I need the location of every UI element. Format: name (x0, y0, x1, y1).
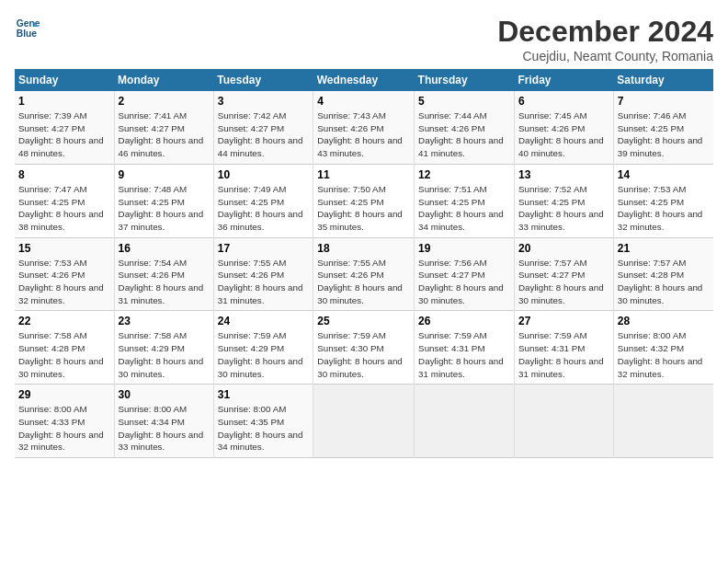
day-cell: 30 Sunrise: 8:00 AMSunset: 4:34 PMDaylig… (114, 385, 213, 458)
day-info: Sunrise: 7:43 AMSunset: 4:26 PMDaylight:… (317, 110, 403, 158)
header: General Blue December 2024 Cuejdiu, Neam… (15, 15, 713, 63)
day-cell: 12 Sunrise: 7:51 AMSunset: 4:25 PMDaylig… (415, 164, 515, 237)
day-number: 18 (317, 242, 410, 255)
day-cell: 17 Sunrise: 7:55 AMSunset: 4:26 PMDaylig… (213, 237, 313, 311)
day-number: 23 (119, 315, 210, 327)
day-info: Sunrise: 7:56 AMSunset: 4:27 PMDaylight:… (418, 258, 504, 305)
day-cell: 27 Sunrise: 7:59 AMSunset: 4:31 PMDaylig… (515, 311, 614, 385)
day-number: 27 (518, 315, 609, 327)
day-info: Sunrise: 7:46 AMSunset: 4:25 PMDaylight:… (618, 110, 703, 158)
day-number: 31 (218, 388, 309, 401)
header-wednesday: Wednesday (313, 69, 415, 91)
day-cell: 10 Sunrise: 7:49 AMSunset: 4:25 PMDaylig… (213, 164, 313, 237)
calendar-table: SundayMondayTuesdayWednesdayThursdayFrid… (15, 69, 713, 458)
day-number: 26 (418, 315, 510, 327)
logo: General Blue (15, 15, 40, 40)
day-number: 20 (518, 242, 609, 255)
day-info: Sunrise: 7:51 AMSunset: 4:25 PMDaylight:… (418, 184, 504, 232)
day-info: Sunrise: 7:59 AMSunset: 4:31 PMDaylight:… (518, 330, 604, 378)
day-cell (515, 385, 614, 458)
day-cell: 5 Sunrise: 7:44 AMSunset: 4:26 PMDayligh… (415, 91, 515, 164)
day-info: Sunrise: 7:58 AMSunset: 4:29 PMDaylight:… (119, 330, 204, 378)
day-number: 16 (119, 242, 210, 255)
week-row-0: 1 Sunrise: 7:39 AMSunset: 4:27 PMDayligh… (15, 91, 713, 164)
day-number: 29 (18, 388, 110, 401)
day-info: Sunrise: 8:00 AMSunset: 4:34 PMDaylight:… (119, 404, 204, 452)
day-number: 21 (618, 242, 710, 255)
day-info: Sunrise: 7:39 AMSunset: 4:27 PMDaylight:… (18, 110, 104, 158)
day-info: Sunrise: 8:00 AMSunset: 4:33 PMDaylight:… (18, 404, 104, 452)
day-info: Sunrise: 7:42 AMSunset: 4:27 PMDaylight:… (218, 110, 303, 158)
day-number: 3 (218, 95, 309, 108)
day-cell (415, 385, 515, 458)
header-tuesday: Tuesday (213, 69, 313, 91)
day-cell: 31 Sunrise: 8:00 AMSunset: 4:35 PMDaylig… (213, 385, 313, 458)
day-cell: 15 Sunrise: 7:53 AMSunset: 4:26 PMDaylig… (15, 237, 114, 311)
day-cell: 11 Sunrise: 7:50 AMSunset: 4:25 PMDaylig… (313, 164, 415, 237)
day-info: Sunrise: 8:00 AMSunset: 4:32 PMDaylight:… (618, 330, 703, 378)
header-sunday: Sunday (15, 69, 114, 91)
subtitle: Cuejdiu, Neamt County, Romania (497, 49, 713, 63)
page-container: General Blue December 2024 Cuejdiu, Neam… (0, 0, 728, 467)
day-info: Sunrise: 7:58 AMSunset: 4:28 PMDaylight:… (18, 330, 104, 378)
day-cell: 21 Sunrise: 7:57 AMSunset: 4:28 PMDaylig… (613, 237, 713, 311)
day-cell: 4 Sunrise: 7:43 AMSunset: 4:26 PMDayligh… (313, 91, 415, 164)
svg-text:Blue: Blue (17, 29, 38, 39)
day-number: 15 (18, 242, 110, 255)
day-number: 8 (18, 168, 110, 181)
day-cell (313, 385, 415, 458)
day-info: Sunrise: 7:44 AMSunset: 4:26 PMDaylight:… (418, 110, 504, 158)
week-row-4: 29 Sunrise: 8:00 AMSunset: 4:33 PMDaylig… (15, 385, 713, 458)
day-cell: 3 Sunrise: 7:42 AMSunset: 4:27 PMDayligh… (213, 91, 313, 164)
day-cell: 28 Sunrise: 8:00 AMSunset: 4:32 PMDaylig… (613, 311, 713, 385)
day-info: Sunrise: 7:59 AMSunset: 4:29 PMDaylight:… (218, 330, 303, 378)
day-info: Sunrise: 7:53 AMSunset: 4:25 PMDaylight:… (618, 184, 703, 232)
day-number: 9 (119, 168, 210, 181)
day-number: 24 (218, 315, 309, 327)
day-number: 25 (317, 315, 410, 327)
day-number: 12 (418, 168, 510, 181)
logo-icon: General Blue (15, 15, 40, 40)
day-info: Sunrise: 7:55 AMSunset: 4:26 PMDaylight:… (218, 258, 303, 305)
day-cell: 20 Sunrise: 7:57 AMSunset: 4:27 PMDaylig… (515, 237, 614, 311)
day-cell: 2 Sunrise: 7:41 AMSunset: 4:27 PMDayligh… (114, 91, 213, 164)
day-number: 5 (418, 95, 510, 108)
day-number: 17 (218, 242, 309, 255)
day-cell: 19 Sunrise: 7:56 AMSunset: 4:27 PMDaylig… (415, 237, 515, 311)
day-number: 30 (119, 388, 210, 401)
day-cell (613, 385, 713, 458)
month-title: December 2024 (497, 15, 713, 49)
day-info: Sunrise: 7:45 AMSunset: 4:26 PMDaylight:… (518, 110, 604, 158)
day-number: 6 (518, 95, 609, 108)
day-cell: 6 Sunrise: 7:45 AMSunset: 4:26 PMDayligh… (515, 91, 614, 164)
day-info: Sunrise: 7:59 AMSunset: 4:30 PMDaylight:… (317, 330, 403, 378)
day-number: 13 (518, 168, 609, 181)
day-cell: 25 Sunrise: 7:59 AMSunset: 4:30 PMDaylig… (313, 311, 415, 385)
day-cell: 16 Sunrise: 7:54 AMSunset: 4:26 PMDaylig… (114, 237, 213, 311)
week-row-2: 15 Sunrise: 7:53 AMSunset: 4:26 PMDaylig… (15, 237, 713, 311)
title-block: December 2024 Cuejdiu, Neamt County, Rom… (497, 15, 713, 63)
day-number: 11 (317, 168, 410, 181)
day-cell: 24 Sunrise: 7:59 AMSunset: 4:29 PMDaylig… (213, 311, 313, 385)
day-cell: 18 Sunrise: 7:55 AMSunset: 4:26 PMDaylig… (313, 237, 415, 311)
day-cell: 22 Sunrise: 7:58 AMSunset: 4:28 PMDaylig… (15, 311, 114, 385)
day-info: Sunrise: 7:47 AMSunset: 4:25 PMDaylight:… (18, 184, 104, 232)
day-number: 4 (317, 95, 410, 108)
day-number: 7 (618, 95, 710, 108)
day-number: 1 (18, 95, 110, 108)
day-cell: 23 Sunrise: 7:58 AMSunset: 4:29 PMDaylig… (114, 311, 213, 385)
day-cell: 29 Sunrise: 8:00 AMSunset: 4:33 PMDaylig… (15, 385, 114, 458)
day-info: Sunrise: 7:53 AMSunset: 4:26 PMDaylight:… (18, 258, 104, 305)
day-info: Sunrise: 7:57 AMSunset: 4:27 PMDaylight:… (518, 258, 604, 305)
day-cell: 1 Sunrise: 7:39 AMSunset: 4:27 PMDayligh… (15, 91, 114, 164)
day-info: Sunrise: 7:48 AMSunset: 4:25 PMDaylight:… (119, 184, 204, 232)
day-cell: 13 Sunrise: 7:52 AMSunset: 4:25 PMDaylig… (515, 164, 614, 237)
day-info: Sunrise: 7:50 AMSunset: 4:25 PMDaylight:… (317, 184, 403, 232)
day-info: Sunrise: 7:41 AMSunset: 4:27 PMDaylight:… (119, 110, 204, 158)
header-monday: Monday (114, 69, 213, 91)
header-saturday: Saturday (613, 69, 713, 91)
day-info: Sunrise: 7:49 AMSunset: 4:25 PMDaylight:… (218, 184, 303, 232)
week-row-3: 22 Sunrise: 7:58 AMSunset: 4:28 PMDaylig… (15, 311, 713, 385)
day-cell: 9 Sunrise: 7:48 AMSunset: 4:25 PMDayligh… (114, 164, 213, 237)
header-friday: Friday (515, 69, 614, 91)
